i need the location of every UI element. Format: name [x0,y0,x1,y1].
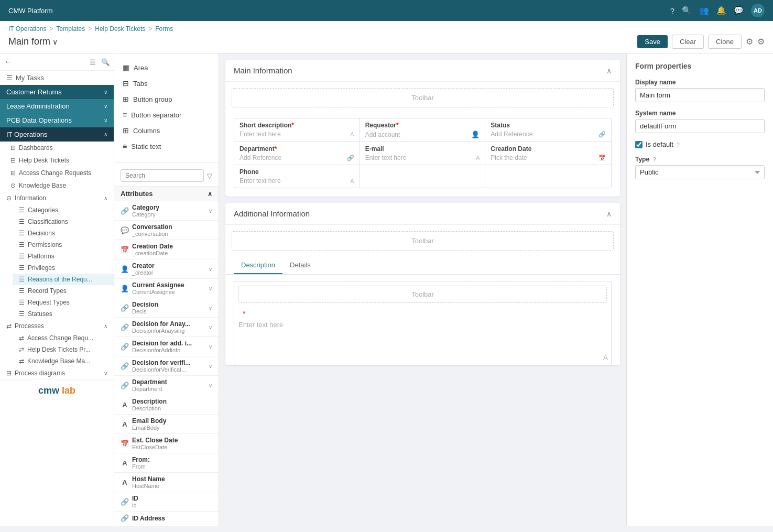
attr-hostname[interactable]: A Host Name HostName [114,473,219,492]
tab-details[interactable]: Details [282,257,318,274]
palette-button-sep[interactable]: ≡ Button separator [114,107,219,123]
sidebar-group-it-ops[interactable]: IT Operations ∧ [0,127,114,142]
attr-creator[interactable]: 👤 Creator _creator ∨ [114,259,219,279]
sidebar-item-statuses[interactable]: ☰Statuses [13,308,114,320]
attr-from[interactable]: A From: From [114,453,219,473]
system-name-input[interactable] [635,119,765,133]
sidebar-back-icon[interactable]: ← [4,58,12,66]
button-sep-label: Button separator [131,111,181,119]
help-icon[interactable]: ? [670,6,674,15]
options-icon[interactable]: ⚙ [757,37,765,47]
sidebar-item-classifications[interactable]: ☰Classifications [13,216,114,227]
bell-icon[interactable]: 🔔 [716,6,726,15]
attr-id[interactable]: 🔗 ID id [114,492,219,512]
requestor-value: Add account [365,131,400,138]
sidebar-list-icon[interactable]: ☰ [90,58,96,66]
decision-add-icon: 🔗 [121,343,129,351]
decision-chevron[interactable]: ∨ [209,305,212,311]
attr-id-address[interactable]: 🔗 ID Address [114,512,219,525]
save-button[interactable]: Save [637,35,668,48]
attr-category[interactable]: 🔗 Category Category ∨ [114,201,219,221]
assignee-chevron[interactable]: ∨ [209,286,212,291]
attr-conversation[interactable]: 💬 Conversation _conversation [114,221,219,240]
breadcrumb-forms[interactable]: Forms [155,25,173,32]
desc-required-row: * [234,307,611,318]
sidebar-group-information[interactable]: ⊙ Information ∧ [0,192,114,204]
field-short-desc: Short description* Enter text here A [234,118,360,142]
user-avatar[interactable]: AD [751,4,765,17]
settings-icon[interactable]: ⚙ [746,37,753,47]
breadcrumb-helpdesk[interactable]: Help Desk Tickets [95,25,145,32]
sidebar-item-access-proc[interactable]: ⇄Access Change Requ... [13,332,114,344]
attr-current-assignee[interactable]: 👤 Current Assignee CurrentAssignee ∨ [114,279,219,298]
decision-verif-chevron[interactable]: ∨ [209,363,212,369]
sidebar-item-privileges[interactable]: ☰Privileges [13,262,114,274]
sidebar-group-processes[interactable]: ⇄ Processes ∧ [0,320,114,332]
department-icon: 🔗 [121,382,129,389]
additional-info-collapse[interactable]: ∧ [606,210,612,218]
app-title: CMW Platform [8,7,53,15]
palette-button-group[interactable]: ⊞ Button group [114,91,219,107]
attr-description[interactable]: A Description Description [114,395,219,415]
attr-est-close[interactable]: 📅 Est. Close Date EstCloseDate [114,434,219,453]
sidebar-item-record-types[interactable]: ☰Record Types [13,285,114,297]
sidebar-item-permissions[interactable]: ☰Permissions [13,239,114,251]
message-icon[interactable]: 💬 [734,6,744,15]
header-actions: Save Clear Clone ⚙ ⚙ [637,35,765,49]
form-title-chevron[interactable]: ∨ [52,38,58,46]
clone-button[interactable]: Clone [708,35,742,49]
sidebar-item-platforms[interactable]: ☰Platforms [13,251,114,262]
attr-department[interactable]: 🔗 Department Department ∨ [114,376,219,395]
breadcrumb-templates[interactable]: Templates [57,25,85,32]
sidebar-item-decisions[interactable]: ☰Decisions [13,227,114,239]
sidebar-item-dashboards[interactable]: ⊟ Dashboards [0,142,114,154]
department-chevron[interactable]: ∨ [209,383,212,388]
search-input[interactable] [121,169,204,182]
sidebar-item-helpdesk-proc[interactable]: ⇄Help Desk Tickets Pr... [13,344,114,355]
type-select[interactable]: Public Private [635,165,765,179]
my-tasks-item[interactable]: ☰ My Tasks [0,71,114,85]
clear-button[interactable]: Clear [672,35,704,49]
attrs-collapse-icon[interactable]: ∧ [208,190,212,198]
palette-columns[interactable]: ⊞ Columns [114,123,219,138]
palette-tabs[interactable]: ⊟ Tabs [114,75,219,91]
decision-add-chevron[interactable]: ∨ [209,344,212,350]
sidebar-item-reasons[interactable]: ☰Reasons of the Requ... [13,274,114,285]
decision-anay-chevron[interactable]: ∨ [209,324,212,330]
creator-chevron[interactable]: ∨ [209,266,212,272]
search-icon[interactable]: 🔍 [682,6,692,15]
palette-static-text[interactable]: ≡ Static text [114,138,219,154]
filter-icon[interactable]: ▽ [207,172,212,180]
tabs-icon: ⊟ [123,79,129,88]
attr-decision[interactable]: 🔗 Decision Decis ∨ [114,298,219,318]
palette-search-bar: ▽ [114,165,219,187]
sidebar-item-helpdesk[interactable]: ⊟ Help Desk Tickets [0,154,114,167]
attr-email-body[interactable]: A Email Body EmailBody [114,415,219,434]
access-label: Access Change Requests [19,169,91,177]
attr-decision-add[interactable]: 🔗 Decision for add. i... DecisionforAddi… [114,337,219,356]
users-icon[interactable]: 👥 [699,6,709,15]
attr-decision-anay[interactable]: 🔗 Decision for Anay... DecisionforAnaysi… [114,318,219,337]
sidebar-group-lease-admin[interactable]: Lease Administration ∨ [0,99,114,113]
sidebar-group-customer-returns[interactable]: Customer Returns ∨ [0,85,114,99]
sidebar-item-knowledge[interactable]: ⊙ Knowledge Base [0,179,114,192]
sidebar-search-icon[interactable]: 🔍 [101,58,110,66]
is-default-checkbox[interactable] [635,141,643,148]
sidebar-group-pcb[interactable]: PCB Data Operations ∨ [0,113,114,127]
main-info-section: Main Information ∧ Toolbar Short descrip… [225,60,620,197]
sidebar-item-access[interactable]: ⊟ Access Change Requests [0,167,114,179]
phone-icon: A [350,178,354,184]
display-name-input[interactable] [635,88,765,102]
attr-decision-verif[interactable]: 🔗 Decision for verifi... DecisionforVeri… [114,356,219,376]
sidebar-item-process-diagrams[interactable]: ⊟ Process diagrams ∨ [0,367,114,379]
sidebar-item-request-types[interactable]: ☰Request Types [13,297,114,308]
main-info-collapse[interactable]: ∧ [606,67,612,75]
breadcrumb-it-ops[interactable]: IT Operations [8,25,46,32]
sidebar-item-knowledge-proc[interactable]: ⇄Knowledge Base Ma... [13,355,114,367]
tab-description[interactable]: Description [234,257,282,274]
desc-input[interactable]: Enter text here A [234,318,611,365]
category-chevron[interactable]: ∨ [209,208,212,214]
sidebar-item-categories[interactable]: ☰Categories [13,204,114,216]
palette-area[interactable]: ▦ Area [114,60,219,75]
attr-creation-date[interactable]: 📅 Creation Date _creationDate [114,240,219,259]
